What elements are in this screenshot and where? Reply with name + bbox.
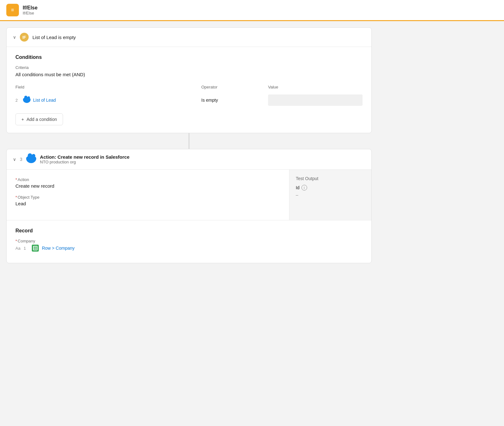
main-content: ∨ IF List of Lead is empty Conditions Cr… bbox=[0, 21, 378, 270]
id-label: Id bbox=[296, 185, 300, 190]
object-type-field-group: * Object Type Lead bbox=[15, 195, 280, 206]
test-output-title: Test Output bbox=[296, 176, 365, 181]
object-type-label: * Object Type bbox=[15, 195, 280, 200]
company-label-text: Company bbox=[18, 239, 35, 243]
font-aa-icon: Aa bbox=[15, 246, 20, 251]
row-number: 2 bbox=[15, 98, 20, 103]
action-title: Action: Create new record in Salesforce bbox=[40, 154, 129, 160]
conditions-title: Conditions bbox=[15, 54, 363, 60]
action-card: ∨ 3 Action: Create new record in Salesfo… bbox=[6, 149, 372, 263]
required-star-3: * bbox=[15, 239, 17, 243]
salesforce-cloud-icon bbox=[26, 156, 36, 163]
field-column-header: Field bbox=[15, 85, 198, 89]
operator-column-header: Operator bbox=[201, 85, 264, 89]
action-card-header: ∨ 3 Action: Create new record in Salesfo… bbox=[7, 149, 371, 170]
header-title: If/Else bbox=[23, 5, 37, 11]
value-column-header: Value bbox=[268, 85, 363, 89]
action-step-number: 3 bbox=[20, 157, 22, 162]
google-sheets-icon bbox=[32, 245, 39, 252]
if-badge: IF bbox=[20, 33, 29, 42]
action-subtitle: NTO production org bbox=[40, 160, 129, 164]
app-header: ≡ If/Else If/Else bbox=[0, 0, 504, 21]
record-field-group: * Company Aa 1 bbox=[15, 239, 363, 252]
app-icon: ≡ bbox=[6, 4, 19, 16]
header-subtitle: If/Else bbox=[23, 11, 37, 15]
list-of-lead-link[interactable]: List of Lead bbox=[33, 98, 56, 103]
action-field-group: * Action Create new record bbox=[15, 177, 280, 189]
company-step-number: 1 bbox=[24, 246, 29, 251]
action-value: Create new record bbox=[15, 183, 280, 189]
company-field-label: * Company bbox=[15, 239, 363, 243]
vertical-line bbox=[189, 133, 189, 149]
criteria-label: Criteria bbox=[15, 65, 363, 70]
record-title: Record bbox=[15, 228, 363, 234]
action-collapse-icon[interactable]: ∨ bbox=[13, 157, 16, 162]
if-header-text: List of Lead is empty bbox=[32, 35, 76, 40]
operator-cell: Is empty bbox=[201, 98, 264, 103]
diamond-icon: ≡ bbox=[6, 4, 19, 16]
add-condition-label: Add a condition bbox=[26, 117, 57, 122]
info-icon-text: i bbox=[304, 186, 304, 190]
action-header-text: Action: Create new record in Salesforce … bbox=[40, 154, 129, 164]
action-main: * Action Create new record * Object Type… bbox=[7, 170, 289, 220]
salesforce-cloud-icon bbox=[23, 97, 31, 103]
row-company-link[interactable]: Row > Company bbox=[42, 246, 75, 251]
action-label-text: Action bbox=[18, 177, 29, 182]
header-titles: If/Else If/Else bbox=[23, 5, 37, 15]
test-dash: – bbox=[296, 192, 365, 197]
action-body: * Action Create new record * Object Type… bbox=[7, 170, 371, 220]
record-section: Record * Company Aa 1 bbox=[7, 220, 371, 263]
if-card: ∨ IF List of Lead is empty Conditions Cr… bbox=[6, 27, 372, 133]
test-output-panel: Test Output Id i – bbox=[289, 170, 371, 220]
plus-icon: + bbox=[21, 117, 24, 122]
field-cell: 2 List of Lead bbox=[15, 97, 198, 103]
conditions-table-header: Field Operator Value bbox=[15, 85, 363, 92]
if-card-header: ∨ IF List of Lead is empty bbox=[7, 28, 371, 47]
required-star-2: * bbox=[15, 195, 17, 200]
test-output-id-row: Id i bbox=[296, 185, 365, 190]
vertical-connector bbox=[6, 133, 372, 149]
info-icon[interactable]: i bbox=[301, 185, 307, 190]
table-row: 2 List of Lead Is empty bbox=[15, 92, 363, 108]
object-type-label-text: Object Type bbox=[18, 195, 39, 200]
value-cell[interactable] bbox=[268, 94, 363, 106]
action-label: * Action bbox=[15, 177, 280, 182]
record-row: Aa 1 Row > Company bbox=[15, 245, 363, 252]
object-type-value: Lead bbox=[15, 201, 280, 206]
conditions-body: Conditions Criteria All conditions must … bbox=[7, 47, 371, 133]
required-star: * bbox=[15, 177, 17, 182]
if-collapse-icon[interactable]: ∨ bbox=[13, 35, 16, 40]
criteria-value: All conditions must be met (AND) bbox=[15, 72, 363, 77]
add-condition-button[interactable]: + Add a condition bbox=[15, 113, 63, 125]
